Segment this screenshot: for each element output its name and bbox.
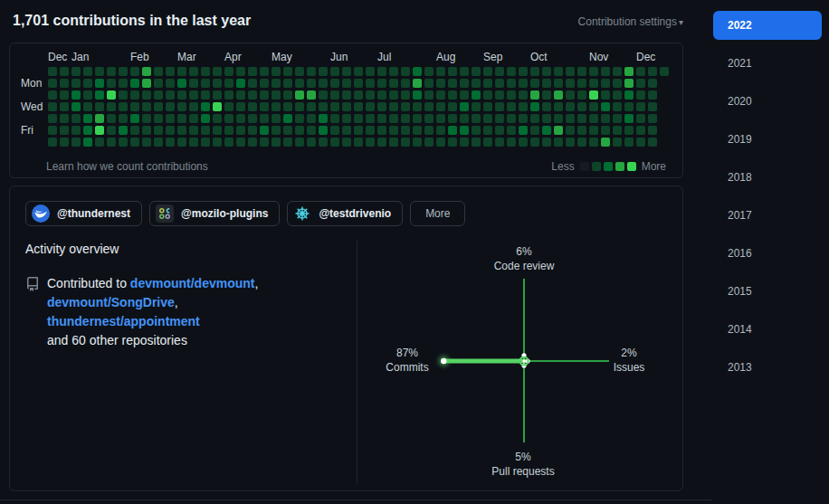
contribution-cell[interactable]	[366, 138, 375, 147]
contribution-cell[interactable]	[648, 126, 657, 135]
contribution-cell[interactable]	[448, 126, 457, 135]
contribution-cell[interactable]	[448, 138, 457, 147]
contribution-cell[interactable]	[107, 126, 116, 135]
contribution-cell[interactable]	[624, 90, 634, 100]
contribution-cell[interactable]	[295, 90, 304, 100]
contribution-cell[interactable]	[130, 102, 139, 111]
contribution-cell[interactable]	[189, 114, 198, 123]
contribution-cell[interactable]	[342, 67, 351, 76]
contribution-cell[interactable]	[330, 138, 339, 147]
contribution-cell[interactable]	[130, 90, 139, 100]
contribution-cell[interactable]	[107, 90, 116, 100]
contribution-cell[interactable]	[48, 67, 57, 76]
contribution-cell[interactable]	[436, 138, 445, 147]
contribution-cell[interactable]	[424, 67, 434, 76]
contribution-cell[interactable]	[460, 79, 469, 88]
contribution-cell[interactable]	[107, 79, 116, 88]
contribution-cell[interactable]	[601, 79, 610, 88]
learn-how-link[interactable]: Learn how we count contributions	[46, 160, 208, 173]
contribution-cell[interactable]	[648, 138, 657, 147]
contribution-cell[interactable]	[60, 126, 69, 135]
year-item-2021[interactable]: 2021	[713, 49, 822, 78]
contribution-cell[interactable]	[166, 67, 175, 76]
contribution-cell[interactable]	[448, 67, 457, 76]
contribution-cell[interactable]	[95, 79, 104, 88]
contribution-cell[interactable]	[166, 79, 175, 88]
contribution-cell[interactable]	[448, 90, 457, 100]
contribution-cell[interactable]	[401, 126, 410, 135]
contribution-cell[interactable]	[636, 114, 645, 123]
contribution-cell[interactable]	[71, 90, 81, 100]
contribution-cell[interactable]	[554, 90, 563, 100]
contribution-cell[interactable]	[495, 126, 504, 135]
contribution-cell[interactable]	[224, 126, 233, 135]
org-filter-testdrivenio[interactable]: @testdrivenio	[287, 201, 403, 226]
contribution-cell[interactable]	[648, 79, 657, 88]
contribution-cell[interactable]	[530, 126, 539, 135]
contribution-cell[interactable]	[636, 67, 645, 76]
more-orgs-button[interactable]: More	[410, 201, 465, 226]
contribution-cell[interactable]	[248, 114, 257, 123]
contribution-cell[interactable]	[307, 114, 316, 123]
contribution-cell[interactable]	[130, 79, 139, 88]
contribution-cell[interactable]	[319, 138, 328, 147]
contribution-cell[interactable]	[83, 114, 92, 123]
contribution-cell[interactable]	[601, 90, 610, 100]
org-filter-mozilo-plugins[interactable]: @mozilo-plugins	[149, 201, 280, 226]
contribution-cell[interactable]	[154, 114, 163, 123]
contribution-cell[interactable]	[177, 114, 186, 123]
contribution-cell[interactable]	[60, 102, 69, 111]
contribution-cell[interactable]	[189, 138, 198, 147]
repo-link[interactable]: thundernest/appointment	[47, 314, 200, 328]
contribution-cell[interactable]	[177, 126, 186, 135]
contribution-cell[interactable]	[330, 102, 339, 111]
contribution-cell[interactable]	[566, 79, 575, 88]
contribution-cell[interactable]	[71, 102, 81, 111]
contribution-cell[interactable]	[260, 79, 269, 88]
contribution-cell[interactable]	[142, 114, 151, 123]
contribution-cell[interactable]	[354, 126, 363, 135]
contribution-cell[interactable]	[166, 102, 175, 111]
contribution-cell[interactable]	[354, 67, 363, 76]
contribution-cell[interactable]	[519, 90, 528, 100]
contribution-cell[interactable]	[566, 102, 575, 111]
contribution-cell[interactable]	[377, 102, 386, 111]
contribution-cell[interactable]	[142, 138, 151, 147]
contribution-cell[interactable]	[319, 67, 328, 76]
contribution-cell[interactable]	[554, 102, 563, 111]
contribution-cell[interactable]	[366, 90, 375, 100]
contribution-cell[interactable]	[566, 126, 575, 135]
contribution-cell[interactable]	[60, 90, 69, 100]
contribution-cell[interactable]	[330, 90, 339, 100]
contribution-cell[interactable]	[519, 138, 528, 147]
contribution-cell[interactable]	[213, 102, 222, 111]
contribution-cell[interactable]	[389, 67, 398, 76]
contribution-cell[interactable]	[48, 138, 57, 147]
contribution-cell[interactable]	[95, 114, 104, 123]
contribution-cell[interactable]	[213, 138, 222, 147]
contribution-cell[interactable]	[236, 102, 245, 111]
contribution-cell[interactable]	[95, 67, 104, 76]
contribution-cell[interactable]	[436, 67, 445, 76]
contribution-cell[interactable]	[130, 114, 139, 123]
contribution-cell[interactable]	[71, 67, 81, 76]
contribution-cell[interactable]	[260, 126, 269, 135]
contribution-cell[interactable]	[71, 79, 81, 88]
contribution-cell[interactable]	[224, 114, 233, 123]
contribution-cell[interactable]	[436, 79, 445, 88]
contribution-cell[interactable]	[354, 114, 363, 123]
contribution-cell[interactable]	[142, 79, 151, 88]
contribution-cell[interactable]	[589, 126, 598, 135]
contribution-cell[interactable]	[130, 67, 139, 76]
contribution-cell[interactable]	[272, 79, 281, 88]
contribution-cell[interactable]	[83, 126, 92, 135]
contribution-cell[interactable]	[119, 79, 128, 88]
contribution-cell[interactable]	[589, 90, 598, 100]
contribution-cell[interactable]	[213, 90, 222, 100]
contribution-cell[interactable]	[542, 102, 551, 111]
contribution-cell[interactable]	[366, 79, 375, 88]
contribution-cell[interactable]	[166, 114, 175, 123]
contribution-cell[interactable]	[224, 90, 233, 100]
contribution-cell[interactable]	[519, 114, 528, 123]
contribution-cell[interactable]	[530, 90, 539, 100]
